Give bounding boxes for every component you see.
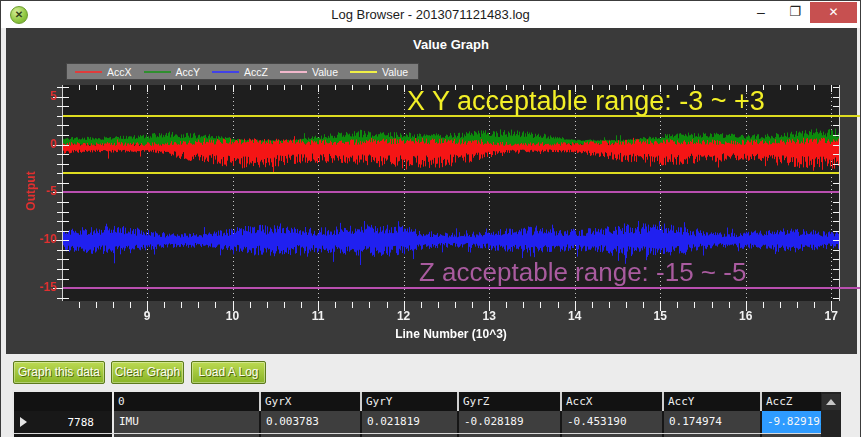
- axis-tick: [558, 302, 559, 308]
- axis-tick: [712, 302, 713, 308]
- column-header-0[interactable]: 0: [112, 392, 259, 411]
- axis-tick: [284, 302, 285, 308]
- axis-tick: [63, 106, 69, 107]
- titlebar: ✕ Log Browser - 2013071121483.log – ❐ ✕: [1, 1, 860, 28]
- column-header-AccZ[interactable]: AccZ: [760, 392, 821, 411]
- axis-tick: [79, 302, 80, 308]
- axis-tick: [267, 85, 268, 90]
- legend-line-swatch: [75, 71, 102, 73]
- x-tick-label: 13: [469, 309, 509, 323]
- data-grid: 0GyrXGyrYGyrZAccXAccYAccZ7788IMU0.003783…: [12, 390, 821, 437]
- axis-tick: [301, 302, 302, 308]
- table-cell-GyrY[interactable]: 0.021819: [360, 411, 457, 433]
- chart-legend: AccXAccYAccZValueValue: [66, 63, 419, 80]
- axis-tick: [643, 302, 644, 308]
- axis-tick: [63, 164, 69, 165]
- graph-this-data-button[interactable]: Graph this data: [13, 361, 105, 384]
- load-a-log-button[interactable]: Load A Log: [191, 361, 266, 384]
- axis-tick: [63, 250, 69, 251]
- table-cell-AccX[interactable]: -0.453190: [560, 411, 662, 433]
- axis-tick: [540, 302, 541, 308]
- y-tick-label: -15: [21, 280, 57, 294]
- axis-tick: [113, 302, 114, 308]
- table-scrollbar[interactable]: [821, 390, 841, 437]
- axis-tick: [130, 302, 131, 308]
- x-tick-label: 12: [384, 309, 424, 323]
- axis-tick: [455, 302, 456, 308]
- axis-tick: [677, 302, 678, 308]
- axis-tick: [592, 302, 593, 308]
- axis-tick: [318, 85, 319, 92]
- axis-tick: [833, 212, 839, 213]
- window: ✕ Log Browser - 2013071121483.log – ❐ ✕ …: [0, 0, 861, 437]
- axis-tick: [215, 85, 216, 90]
- axis-tick: [63, 202, 69, 203]
- close-button[interactable]: ✕: [810, 2, 857, 23]
- column-header-AccX[interactable]: AccX: [560, 392, 662, 411]
- axis-tick: [797, 85, 798, 90]
- chart-title: Value Graph: [63, 37, 839, 52]
- legend-item: Value: [280, 66, 338, 78]
- column-header-AccY[interactable]: AccY: [662, 392, 760, 411]
- axis-tick: [164, 302, 165, 308]
- axis-tick: [63, 269, 69, 270]
- row-header-column[interactable]: [14, 392, 112, 411]
- axis-tick: [831, 85, 832, 92]
- current-row-arrow-icon: [20, 417, 27, 427]
- table-cell-GyrZ[interactable]: -0.028189: [457, 411, 560, 433]
- axis-tick: [609, 302, 610, 308]
- axis-tick: [523, 302, 524, 308]
- axis-tick: [472, 302, 473, 308]
- axis-tick: [833, 87, 839, 88]
- legend-item: AccY: [144, 66, 201, 78]
- axis-tick: [233, 85, 234, 92]
- column-header-GyrZ[interactable]: GyrZ: [457, 392, 560, 411]
- axis-tick: [506, 302, 507, 308]
- axis-tick: [833, 259, 839, 260]
- scrollbar-up-button[interactable]: [822, 394, 840, 410]
- axis-tick: [814, 85, 815, 90]
- axis-tick: [833, 183, 839, 184]
- axis-tick: [335, 302, 336, 308]
- scrollbar-up-icon: [826, 399, 836, 405]
- axis-tick: [63, 212, 69, 213]
- axis-tick: [780, 85, 781, 90]
- axis-tick: [833, 279, 839, 280]
- axis-tick: [63, 240, 69, 241]
- clear-graph-button[interactable]: Clear Graph: [111, 361, 184, 384]
- axis-tick: [63, 97, 69, 98]
- axis-tick: [763, 302, 764, 308]
- axis-tick: [267, 302, 268, 308]
- table-cell-GyrX[interactable]: 0.003783: [259, 411, 360, 433]
- x-tick-label: 11: [298, 309, 338, 323]
- x-tick-label: 17: [811, 309, 851, 323]
- axis-tick: [833, 106, 839, 107]
- axis-tick: [814, 302, 815, 308]
- axis-tick: [833, 298, 839, 299]
- maximize-button[interactable]: ❐: [780, 1, 810, 23]
- legend-line-swatch: [144, 71, 171, 73]
- guide-line: [63, 191, 839, 193]
- column-header-GyrY[interactable]: GyrY: [360, 392, 457, 411]
- window-title: Log Browser - 2013071121483.log: [1, 1, 860, 28]
- axis-tick: [833, 154, 839, 155]
- axis-tick: [63, 183, 69, 184]
- y-axis-title: Output: [24, 163, 38, 219]
- axis-tick: [833, 164, 839, 165]
- axis-tick: [335, 85, 336, 90]
- axis-tick: [130, 85, 131, 90]
- table-cell-AccY[interactable]: 0.174974: [662, 411, 760, 433]
- legend-label: AccZ: [244, 66, 268, 78]
- table-cell-0[interactable]: IMU: [112, 411, 259, 433]
- axis-tick: [694, 302, 695, 308]
- minimize-button[interactable]: –: [746, 1, 776, 23]
- axis-tick: [63, 221, 69, 222]
- axis-tick: [113, 85, 114, 90]
- axis-tick: [833, 135, 839, 136]
- column-header-GyrX[interactable]: GyrX: [259, 392, 360, 411]
- legend-label: Value: [312, 66, 338, 78]
- legend-line-swatch: [350, 71, 377, 73]
- axis-tick: [63, 135, 69, 136]
- table-cell-AccZ[interactable]: -9.829193: [760, 411, 821, 433]
- row-header[interactable]: 7788: [14, 411, 112, 433]
